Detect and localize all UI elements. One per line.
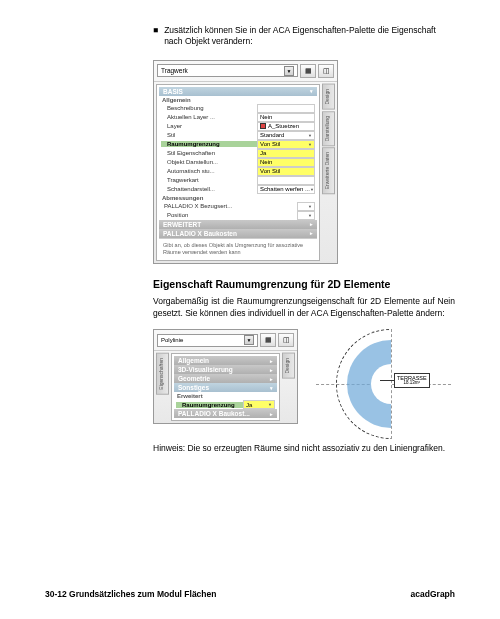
note-text: Hinweis: Die so erzeugten Räume sind nic…: [153, 443, 455, 454]
object-type-dropdown[interactable]: Tragwerk ▼: [157, 64, 298, 77]
terrace-diagram: TERRASSE 18.13m²: [316, 329, 451, 439]
chevron-down-icon: ▼: [244, 335, 254, 345]
prop-row: Objekt Darstellun... Nein: [159, 158, 317, 167]
chevron-down-icon: ▼: [308, 142, 312, 147]
prop-row: Tragwerkart: [159, 176, 317, 185]
room-label: TERRASSE 18.13m²: [394, 373, 430, 388]
filter-icon[interactable]: ▦: [260, 333, 276, 347]
chevron-down-icon: ▼: [268, 402, 272, 407]
properties-list: Allgemein▸ 3D-Visualisierung▸ Geometrie▸…: [171, 353, 280, 421]
chevron-down-icon: ▼: [310, 187, 314, 192]
properties-palette-1: Tragwerk ▼ ▦ ◫ BASIS▾ Allgemein Beschrei…: [153, 60, 338, 264]
group-geometrie[interactable]: Geometrie▸: [174, 374, 277, 383]
prop-value[interactable]: A_Stuetzen: [257, 122, 315, 131]
dropdown-value: Polylinie: [161, 337, 183, 343]
prop-value[interactable]: ▼: [297, 202, 315, 211]
prop-label: Stil Eigenschaften: [161, 150, 257, 156]
prop-value[interactable]: [257, 176, 315, 185]
group-palladio[interactable]: PALLADIO X Baukosten▸: [159, 229, 317, 238]
chevron-down-icon: ▼: [308, 213, 312, 218]
group-basis[interactable]: BASIS▾: [159, 87, 317, 96]
section-heading: Eigenschaft Raumumgrenzung für 2D Elemen…: [153, 278, 455, 290]
prop-value[interactable]: Von Stil: [257, 167, 315, 176]
group-allgemein[interactable]: Allgemein▸: [174, 356, 277, 365]
prop-value[interactable]: Ja: [257, 149, 315, 158]
prop-row: Layer A_Stuetzen: [159, 122, 317, 131]
help-text: Gibt an, ob dieses Objekt als Umgrenzung…: [159, 238, 317, 258]
footer-right: acadGraph: [411, 589, 455, 599]
prop-label: Layer: [161, 123, 257, 129]
prop-value[interactable]: ▼: [297, 211, 315, 220]
page-footer: 30-12 Grundsätzliches zum Modul Flächen …: [45, 589, 455, 599]
subgroup-erweitert: Erweitert: [174, 392, 277, 400]
side-tabs: Design Darstellung Erweiterte Daten: [322, 84, 335, 261]
pin-icon[interactable]: ◫: [278, 333, 294, 347]
prop-row: Automatisch stu... Von Stil: [159, 167, 317, 176]
prop-label: Automatisch stu...: [161, 168, 257, 174]
filter-icon[interactable]: ▦: [300, 64, 316, 78]
prop-value[interactable]: Nein: [257, 158, 315, 167]
prop-label: Tragwerkart: [161, 177, 257, 183]
object-type-dropdown[interactable]: Polylinie ▼: [157, 334, 258, 347]
axis-vertical: [391, 329, 392, 439]
prop-row: Position ▼: [159, 211, 317, 220]
prop-value[interactable]: Standard▼: [257, 131, 315, 140]
prop-value[interactable]: Ja▼: [243, 400, 275, 409]
subgroup-allgemein: Allgemein: [159, 96, 317, 104]
prop-row: Aktuellen Layer ... Nein: [159, 113, 317, 122]
tab-darstellung[interactable]: Darstellung: [322, 111, 335, 146]
group-3d-vis[interactable]: 3D-Visualisierung▸: [174, 365, 277, 374]
prop-row-raumumgrenzung: Raumumgrenzung Von Stil▼: [159, 140, 317, 149]
bullet-item: ■ Zusätzlich können Sie in der ACA Eigen…: [153, 25, 455, 48]
room-area: 18.13m²: [397, 381, 427, 386]
color-swatch-icon: [260, 123, 266, 129]
prop-row-raumumgrenzung: Raumumgrenzung Ja▼: [174, 400, 277, 409]
subgroup-abmessungen: Abmessungen: [159, 194, 317, 202]
bullet-text: Zusätzlich können Sie in der ACA Eigensc…: [164, 25, 455, 48]
prop-label: Position: [161, 212, 297, 218]
prop-value[interactable]: Schatten werfen ...▼: [257, 185, 315, 194]
leader-line: [380, 380, 394, 381]
panel-toolbar: Polylinie ▼ ▦ ◫: [154, 330, 297, 351]
body-paragraph: Vorgabemäßig ist die Raumumgrenzungseige…: [153, 296, 455, 319]
prop-row: Schattendarstell... Schatten werfen ...▼: [159, 185, 317, 194]
properties-list: BASIS▾ Allgemein Beschreibung Aktuellen …: [156, 84, 320, 261]
prop-label: Beschreibung: [161, 105, 257, 111]
prop-label: PALLADIO X Bezugsert...: [161, 203, 297, 209]
group-sonstiges[interactable]: Sonstiges▾: [174, 383, 277, 392]
prop-value[interactable]: [257, 104, 315, 113]
prop-value[interactable]: Von Stil▼: [257, 140, 315, 149]
prop-label: Raumumgrenzung: [161, 141, 257, 147]
prop-label: Stil: [161, 132, 257, 138]
panel-toolbar: Tragwerk ▼ ▦ ◫: [154, 61, 337, 82]
prop-label: Raumumgrenzung: [176, 402, 243, 408]
tab-design[interactable]: Design: [282, 353, 295, 379]
tab-eigenschaften[interactable]: Eigenschaften: [156, 353, 169, 395]
footer-left: 30-12 Grundsätzliches zum Modul Flächen: [45, 589, 216, 599]
prop-label: Objekt Darstellun...: [161, 159, 257, 165]
group-palladio[interactable]: PALLADIO X Baukost...▸: [174, 409, 277, 418]
prop-row: PALLADIO X Bezugsert... ▼: [159, 202, 317, 211]
dropdown-value: Tragwerk: [161, 67, 188, 74]
chevron-down-icon: ▼: [284, 66, 294, 76]
chevron-down-icon: ▼: [308, 204, 312, 209]
properties-palette-2: Polylinie ▼ ▦ ◫ Eigenschaften Allgemein▸…: [153, 329, 298, 424]
chevron-down-icon: ▼: [308, 133, 312, 138]
prop-row: Stil Standard▼: [159, 131, 317, 140]
prop-row: Beschreibung: [159, 104, 317, 113]
prop-row: Stil Eigenschaften Ja: [159, 149, 317, 158]
prop-value[interactable]: Nein: [257, 113, 315, 122]
bullet-mark: ■: [153, 25, 158, 48]
tab-erweiterte-daten[interactable]: Erweiterte Daten: [322, 147, 335, 194]
tab-design[interactable]: Design: [322, 84, 335, 110]
prop-label: Schattendarstell...: [161, 186, 257, 192]
pin-icon[interactable]: ◫: [318, 64, 334, 78]
group-erweitert[interactable]: ERWEITERT▸: [159, 220, 317, 229]
prop-label: Aktuellen Layer ...: [161, 114, 257, 120]
